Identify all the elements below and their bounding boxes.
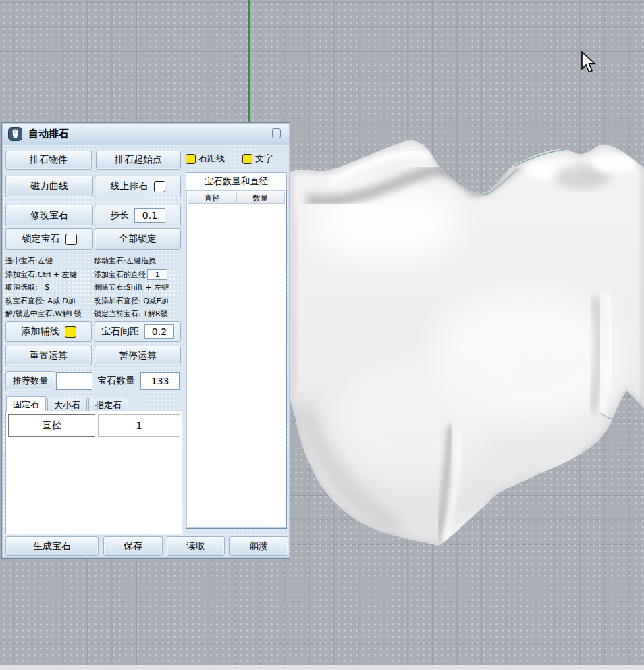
help-lock-current: 锁定当前宝石: T解R锁	[94, 307, 182, 321]
on-curve-checkbox[interactable]	[154, 181, 165, 192]
distance-line-label: 石距线	[198, 153, 225, 165]
stone-mode-tabs: 固定石 大小石 指定石	[6, 396, 130, 411]
gem-gap-label: 宝石间距	[101, 326, 139, 338]
crash-button[interactable]: 崩溃	[229, 536, 288, 556]
lock-gem-checkbox[interactable]	[65, 234, 77, 245]
diameter-value-cell[interactable]: 1	[98, 414, 180, 437]
bottom-status-strip	[0, 665, 644, 670]
gem-gap-input[interactable]	[144, 324, 174, 339]
help-add-diameter-label: 添加宝石的直径	[94, 268, 146, 282]
distance-line-checkbox[interactable]	[186, 154, 196, 164]
gem-count-input[interactable]	[140, 372, 180, 390]
dialog-titlebar[interactable]: 自动排石	[3, 124, 289, 145]
help-add: 添加宝石:Ctrl + 左键	[5, 268, 94, 282]
gem-count-list[interactable]: 直径 数量	[186, 190, 287, 529]
lock-all-button[interactable]: 全部锁定	[95, 228, 181, 250]
display-options-row: 石距线 文字	[186, 153, 288, 165]
column-diameter[interactable]: 直径	[188, 192, 237, 204]
text-checkbox[interactable]	[242, 154, 252, 164]
text-label: 文字	[255, 153, 273, 165]
gem-list-body[interactable]	[186, 204, 286, 527]
mouse-cursor-icon	[581, 51, 598, 74]
column-count[interactable]: 数量	[237, 192, 286, 204]
add-diameter-input[interactable]	[147, 269, 167, 280]
reset-calc-button[interactable]: 重置运算	[5, 346, 92, 365]
gem-count-label: 宝石数量	[97, 375, 135, 387]
recommend-count-input[interactable]	[56, 372, 92, 390]
help-deselect: 取消选取: S	[5, 281, 94, 294]
diameter-header-cell[interactable]: 直径	[8, 414, 95, 437]
help-delete: 删除宝石:Shift + 左键	[94, 281, 182, 294]
read-button[interactable]: 读取	[167, 536, 225, 556]
modify-gem-button[interactable]: 修改宝石	[5, 205, 93, 226]
paving-start-point-button[interactable]: 排石起始点	[96, 151, 181, 170]
recommend-count-button[interactable]: 推荐数量	[5, 371, 55, 390]
gem-gap-group: 宝石间距	[95, 321, 181, 342]
pause-calc-button[interactable]: 暂停运算	[95, 346, 181, 365]
y-axis-line	[248, 0, 250, 122]
tab-fixed-stone[interactable]: 固定石	[6, 396, 46, 411]
step-input[interactable]	[134, 208, 165, 223]
help-change-add-diameter: 改添加石直径: Q减E加	[94, 294, 182, 308]
help-unlock-selected: 解/锁选中宝石:W解F锁	[5, 307, 94, 321]
help-change-diameter: 改宝石直径: A减 D加	[5, 294, 94, 308]
step-group: 步长	[95, 205, 181, 226]
save-button[interactable]: 保存	[103, 536, 163, 556]
fixed-stone-panel: 直径 1	[5, 411, 182, 534]
collapse-box[interactable]	[272, 128, 281, 138]
magnetic-curve-button[interactable]: 磁力曲线	[5, 176, 93, 197]
add-guide-group: 添加辅线	[5, 321, 92, 342]
add-guide-label: 添加辅线	[22, 326, 59, 338]
tab-specified-stone[interactable]: 指定石	[88, 398, 128, 411]
add-guide-checkbox[interactable]	[65, 326, 76, 338]
auto-paving-dialog: 自动排石 排石物件 排石起始点 磁力曲线 线上排石 修改宝石 步长 锁定宝石 全…	[1, 122, 290, 559]
on-curve-label: 线上排石	[111, 180, 149, 192]
gem-list-header: 直径 数量	[188, 192, 285, 204]
paving-objects-button[interactable]: 排石物件	[5, 151, 92, 170]
generate-gems-button[interactable]: 生成宝石	[5, 536, 99, 556]
nurbs-surface-blob[interactable]	[290, 135, 644, 554]
dialog-title: 自动排石	[28, 128, 69, 140]
app-gem-icon	[8, 127, 22, 141]
tab-sized-stone[interactable]: 大小石	[47, 398, 87, 411]
step-label: 步长	[110, 209, 129, 222]
help-move: 移动宝石:左键拖拽	[94, 255, 182, 268]
lock-gem-label: 锁定宝石	[22, 233, 60, 245]
help-select: 选中宝石:左键	[5, 255, 94, 268]
hotkey-help: 选中宝石:左键 移动宝石:左键拖拽 添加宝石:Ctrl + 左键 添加宝石的直径…	[5, 255, 182, 321]
gem-count-diameter-tab[interactable]: 宝石数量和直径	[186, 172, 287, 190]
on-curve-group: 线上排石	[95, 176, 181, 197]
lock-gem-group: 锁定宝石	[5, 228, 93, 250]
